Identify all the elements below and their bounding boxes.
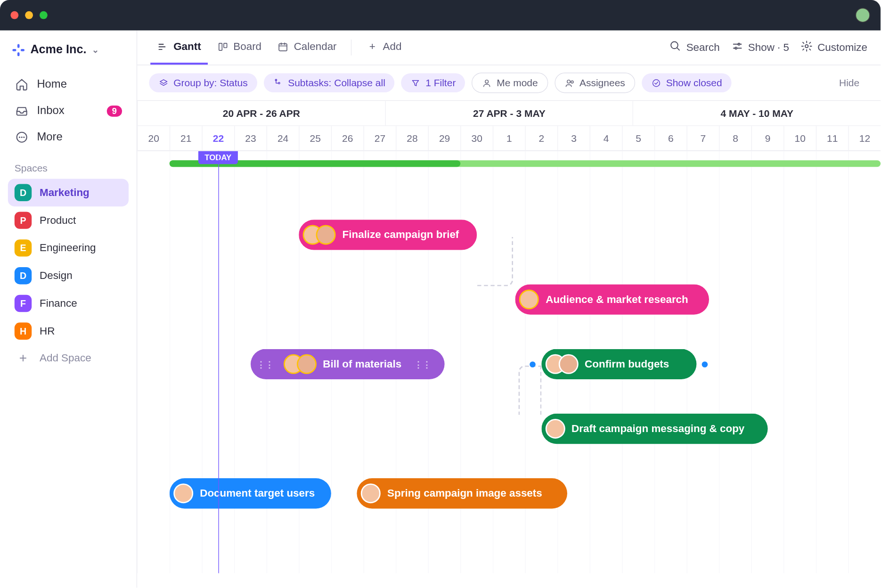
space-icon: E — [15, 239, 32, 256]
day-cell[interactable]: 23 — [234, 126, 267, 150]
day-cell[interactable]: 25 — [299, 126, 331, 150]
day-cell[interactable]: 27 — [363, 126, 396, 150]
filter-filters[interactable]: 1 Filter — [401, 73, 465, 92]
assignee-avatar — [519, 290, 539, 310]
people-icon — [564, 78, 575, 88]
milestone-dot[interactable] — [702, 361, 708, 368]
gantt-task-bar[interactable]: Confirm budgets — [541, 349, 696, 379]
day-cell[interactable]: 6 — [654, 126, 687, 150]
space-label: HR — [40, 325, 55, 337]
assignee-avatar — [173, 483, 193, 503]
tab-gantt[interactable]: Gantt — [150, 31, 207, 64]
grid-column — [783, 151, 816, 573]
today-line — [218, 151, 219, 573]
tab-add-view[interactable]: + Add — [360, 31, 408, 64]
svg-point-16 — [278, 82, 279, 83]
minimize-window-button[interactable] — [25, 11, 33, 19]
timeline-day-header: 2021222324252627282930123456789101112 — [137, 126, 881, 151]
hide-label: Hide — [839, 77, 859, 89]
task-label: Document target users — [200, 488, 315, 499]
svg-point-7 — [23, 137, 24, 138]
filter-assignees[interactable]: Assignees — [555, 73, 635, 93]
day-cell[interactable]: 1 — [493, 126, 525, 150]
day-cell[interactable]: 24 — [267, 126, 299, 150]
customize-button[interactable]: Customize — [801, 40, 867, 55]
day-cell[interactable]: 4 — [590, 126, 622, 150]
sidebar-space-item[interactable]: HHR — [8, 317, 129, 345]
day-cell[interactable]: 30 — [460, 126, 493, 150]
show-button[interactable]: Show · 5 — [732, 40, 789, 55]
task-label: Bill of materials — [323, 358, 401, 370]
filter-hide-button[interactable]: Hide — [830, 73, 868, 92]
gantt-icon — [157, 41, 169, 52]
home-icon — [15, 77, 29, 92]
tab-calendar[interactable]: Calendar — [271, 31, 343, 64]
day-cell[interactable]: 9 — [751, 126, 784, 150]
show-label: Show · 5 — [748, 41, 789, 53]
day-cell[interactable]: 5 — [622, 126, 654, 150]
gantt-task-bar[interactable]: Draft campaign messaging & copy — [541, 414, 767, 444]
day-cell[interactable]: 21 — [170, 126, 202, 150]
current-user-avatar[interactable] — [856, 8, 870, 23]
close-window-button[interactable] — [10, 11, 18, 19]
maximize-window-button[interactable] — [40, 11, 48, 19]
day-cell[interactable]: 29 — [428, 126, 461, 150]
milestone-dot[interactable] — [530, 361, 536, 368]
gear-icon — [801, 40, 813, 55]
tab-board[interactable]: Board — [210, 31, 268, 64]
space-icon: D — [15, 267, 32, 284]
svg-rect-1 — [17, 52, 20, 56]
filter-show-closed[interactable]: Show closed — [642, 73, 731, 92]
filter-group-by[interactable]: Group by: Status — [149, 73, 257, 92]
add-space-label: Add Space — [40, 352, 91, 364]
nav-home[interactable]: Home — [8, 71, 129, 98]
workspace-switcher[interactable]: Acme Inc. ⌄ — [8, 40, 129, 59]
sidebar-space-item[interactable]: EEngineering — [8, 234, 129, 262]
gantt-timeline[interactable]: 20 APR - 26 APR27 APR - 3 MAY4 MAY - 10 … — [137, 101, 881, 588]
drag-grip-icon[interactable]: ⋮⋮ — [411, 359, 434, 369]
day-cell[interactable]: 2 — [525, 126, 557, 150]
sidebar-space-item[interactable]: DDesign — [8, 262, 129, 290]
nav-inbox[interactable]: Inbox 9 — [8, 98, 129, 124]
sidebar-space-item[interactable]: DMarketing — [8, 179, 129, 206]
window-titlebar — [0, 0, 881, 30]
day-cell[interactable]: 28 — [396, 126, 428, 150]
sidebar-space-item[interactable]: FFinance — [8, 290, 129, 318]
gantt-grid[interactable]: TODAYFinalize campaign briefAudience & m… — [137, 151, 881, 573]
sidebar-space-item[interactable]: PProduct — [8, 206, 129, 234]
space-icon: D — [15, 184, 32, 201]
drag-grip-icon[interactable]: ⋮⋮ — [254, 359, 277, 369]
window-controls[interactable] — [10, 11, 47, 19]
day-cell[interactable]: 8 — [719, 126, 751, 150]
filter-me-mode[interactable]: Me mode — [472, 73, 548, 93]
day-cell[interactable]: 20 — [137, 126, 170, 150]
day-cell[interactable]: 10 — [783, 126, 816, 150]
space-icon: P — [15, 212, 32, 229]
gantt-task-bar[interactable]: ⋮⋮Bill of materials⋮⋮ — [250, 349, 444, 379]
grid-columns — [137, 151, 881, 573]
dependency-line — [519, 366, 542, 415]
gantt-task-bar[interactable]: Finalize campaign brief — [299, 220, 476, 250]
day-cell[interactable]: 3 — [557, 126, 590, 150]
grid-column — [493, 151, 525, 573]
search-button[interactable]: Search — [670, 40, 720, 55]
svg-point-12 — [738, 43, 740, 45]
filter-icon — [410, 78, 421, 88]
day-cell[interactable]: 22 — [202, 126, 234, 150]
timeline-week-header: 20 APR - 26 APR27 APR - 3 MAY4 MAY - 10 … — [137, 101, 881, 126]
day-cell[interactable]: 7 — [686, 126, 719, 150]
filter-subtasks[interactable]: Subtasks: Collapse all — [263, 73, 394, 92]
more-icon — [15, 130, 29, 145]
app-logo-icon — [12, 43, 25, 57]
day-cell[interactable]: 11 — [816, 126, 848, 150]
day-cell[interactable]: 26 — [331, 126, 364, 150]
gantt-task-bar[interactable]: Audience & market research — [515, 284, 710, 314]
add-space-button[interactable]: + Add Space — [8, 345, 129, 371]
day-cell[interactable]: 12 — [848, 126, 881, 150]
gantt-task-bar[interactable]: Spring campaign image assets — [357, 478, 567, 508]
nav-label: More — [37, 131, 62, 144]
nav-more[interactable]: More — [8, 124, 129, 150]
gantt-task-bar[interactable]: Document target users — [170, 478, 331, 508]
space-label: Engineering — [40, 242, 96, 254]
svg-rect-10 — [279, 43, 287, 50]
